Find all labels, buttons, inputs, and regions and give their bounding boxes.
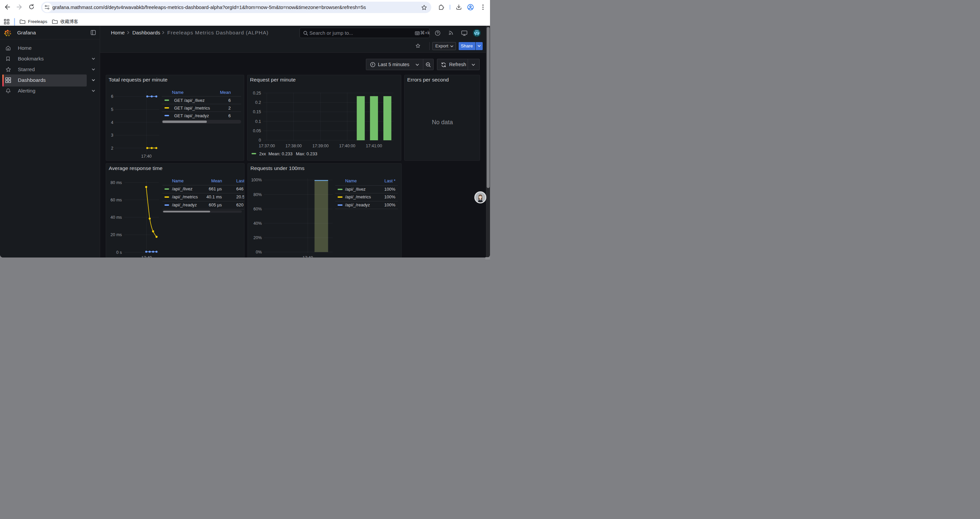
svg-text:17:40: 17:40 — [141, 153, 151, 158]
svg-text:17:37:00: 17:37:00 — [259, 144, 275, 148]
svg-text:20 ms: 20 ms — [110, 232, 122, 237]
svg-text:0: 0 — [259, 138, 261, 143]
svg-text:6: 6 — [111, 94, 113, 99]
svg-text:0 s: 0 s — [116, 250, 122, 254]
svg-text:0.25: 0.25 — [253, 91, 261, 95]
svg-text:0.2: 0.2 — [255, 100, 261, 105]
svg-text:5: 5 — [111, 107, 113, 112]
svg-text:3: 3 — [111, 133, 113, 137]
svg-text:17:40:00: 17:40:00 — [339, 144, 355, 148]
svg-text:100%: 100% — [251, 178, 262, 182]
svg-text:20%: 20% — [253, 235, 262, 240]
svg-text:60 ms: 60 ms — [110, 198, 122, 203]
svg-text:17:38:00: 17:38:00 — [285, 144, 302, 148]
svg-text:17:39:00: 17:39:00 — [312, 144, 329, 148]
svg-text:17:40: 17:40 — [142, 256, 152, 257]
svg-text:80%: 80% — [253, 192, 262, 197]
svg-text:0.15: 0.15 — [253, 110, 261, 114]
svg-text:40%: 40% — [253, 221, 262, 226]
svg-text:80 ms: 80 ms — [110, 180, 122, 185]
svg-text:4: 4 — [111, 120, 113, 125]
svg-text:60%: 60% — [253, 207, 262, 211]
svg-text:0.05: 0.05 — [253, 128, 261, 133]
svg-text:0.1: 0.1 — [255, 119, 261, 124]
svg-text:17:41:00: 17:41:00 — [366, 144, 382, 148]
svg-text:40 ms: 40 ms — [110, 215, 122, 220]
svg-text:17:40: 17:40 — [302, 256, 313, 257]
svg-text:0%: 0% — [256, 250, 262, 254]
svg-text:2: 2 — [111, 145, 113, 150]
